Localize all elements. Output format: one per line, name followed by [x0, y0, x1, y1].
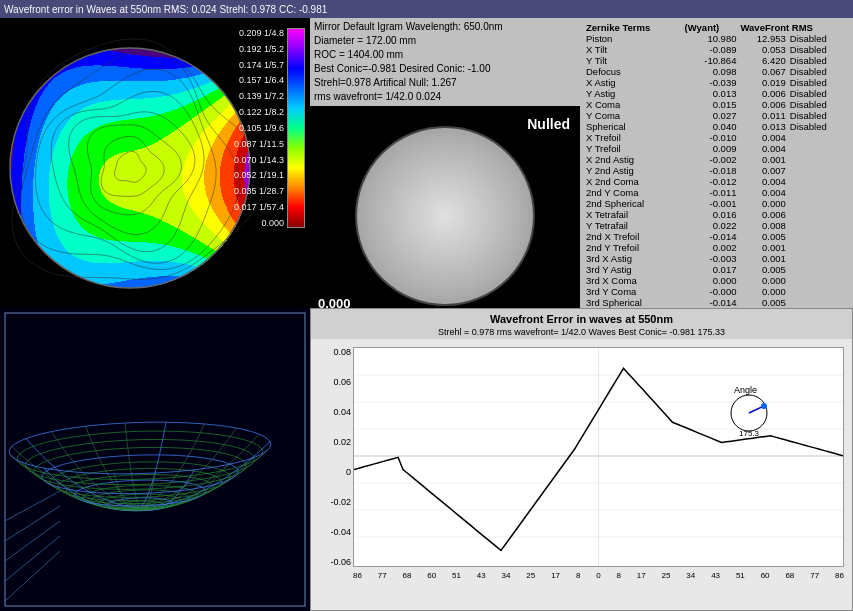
zernike-wf [788, 220, 849, 231]
zernike-name: 2nd Y Coma [584, 187, 683, 198]
zernike-wf: Disabled [788, 44, 849, 55]
zernike-name: X 2nd Coma [584, 176, 683, 187]
zernike-row: Defocus 0.098 0.067 Disabled [584, 66, 849, 77]
x-label-20: 86 [835, 571, 844, 580]
zernike-name: Piston [584, 33, 683, 44]
zernike-row: 2nd Spherical -0.001 0.000 [584, 198, 849, 209]
zernike-wf [788, 286, 849, 297]
zernike-wf [788, 154, 849, 165]
title-bar: Wavefront error in Waves at 550nm RMS: 0… [0, 0, 853, 18]
angle-indicator: Angle 175.3 [731, 385, 767, 438]
null-circle [355, 126, 535, 306]
zernike-wf: Disabled [788, 55, 849, 66]
zernike-wf [788, 242, 849, 253]
zernike-wf [788, 209, 849, 220]
zernike-rms: 0.000 [738, 275, 787, 286]
zernike-rms: 0.004 [738, 143, 787, 154]
x-label-5: 43 [477, 571, 486, 580]
zernike-row: X Astig -0.039 0.019 Disabled [584, 77, 849, 88]
zernike-wyant: -0.001 [683, 198, 739, 209]
zernike-rms: 0.067 [738, 66, 787, 77]
zernike-name: X Tetrafail [584, 209, 683, 220]
zernike-wyant: 0.016 [683, 209, 739, 220]
wf-plot-svg: Angle 175.3 [354, 348, 843, 566]
zernike-wf [788, 264, 849, 275]
zernike-wyant: -0.089 [683, 44, 739, 55]
wavefront-map-panel: 0.209 1/4.8 0.192 1/5.2 0.174 1/5.7 0.15… [0, 18, 310, 308]
zernike-row: 3rd Spherical -0.014 0.005 [584, 297, 849, 308]
zernike-wf: Disabled [788, 77, 849, 88]
zernike-row: 2nd Y Trefoil 0.002 0.001 [584, 242, 849, 253]
y-label-6: -0.04 [319, 527, 351, 537]
color-label-10: 0.035 1/28.7 [234, 186, 284, 196]
zernike-name: Y Astig [584, 88, 683, 99]
x-label-13: 25 [662, 571, 671, 580]
zernike-wyant: 10.980 [683, 33, 739, 44]
x-label-2: 68 [403, 571, 412, 580]
zernike-row: 3rd X Astig -0.003 0.001 [584, 253, 849, 264]
x-label-16: 51 [736, 571, 745, 580]
mirror-line1: Mirror Default Igram Wavelength: 650.0nm [314, 20, 576, 34]
window-title: Wavefront error in Waves at 550nm RMS: 0… [4, 4, 327, 15]
zernike-wyant: -0.003 [683, 253, 739, 264]
mirror-line4: Best Conic=-0.981 Desired Conic: -1.00 [314, 62, 576, 76]
zernike-rms: 0.013 [738, 121, 787, 132]
mirror-info-text: Mirror Default Igram Wavelength: 650.0nm… [310, 18, 580, 106]
colormap-bar [287, 28, 305, 228]
zernike-col-wyant: (Wyant) [683, 22, 739, 33]
zernike-name: X Trefoil [584, 132, 683, 143]
zernike-wf: Disabled [788, 110, 849, 121]
zernike-wyant: -0.014 [683, 297, 739, 308]
zernike-wyant: -0.012 [683, 176, 739, 187]
zernike-col-rms: WaveFront RMS [738, 22, 849, 33]
zernike-rms: 0.001 [738, 242, 787, 253]
zernike-rms: 0.004 [738, 132, 787, 143]
zernike-name: 2nd X Trefoil [584, 231, 683, 242]
zernike-wf: Disabled [788, 99, 849, 110]
zernike-wf [788, 275, 849, 286]
zernike-wf [788, 176, 849, 187]
zernike-panel: Zernike Terms (Wyant) WaveFront RMS Pist… [580, 18, 853, 308]
zernike-name: X Tilt [584, 44, 683, 55]
zernike-row: Spherical 0.040 0.013 Disabled [584, 121, 849, 132]
mirror-line6: rms wavefront= 1/42.0 0.024 [314, 90, 576, 104]
color-label-6: 0.105 1/9.6 [234, 123, 284, 133]
color-label-12: 0.000 [234, 218, 284, 228]
x-label-6: 34 [502, 571, 511, 580]
zernike-wyant: 0.002 [683, 242, 739, 253]
zernike-rms: 0.000 [738, 286, 787, 297]
x-axis-labels: 86 77 68 60 51 43 34 25 17 8 0 8 17 25 3… [353, 571, 844, 580]
x-label-10: 0 [596, 571, 600, 580]
zernike-wyant: 0.015 [683, 99, 739, 110]
zernike-rms: 0.001 [738, 154, 787, 165]
zernike-rms: 0.007 [738, 165, 787, 176]
color-label-11: 0.017 1/57.4 [234, 202, 284, 212]
zernike-row: X 2nd Coma -0.012 0.004 [584, 176, 849, 187]
zernike-row: Y Tilt -10.864 6.420 Disabled [584, 55, 849, 66]
zernike-name: 3rd Y Coma [584, 286, 683, 297]
x-label-12: 17 [637, 571, 646, 580]
zernike-rms: 0.005 [738, 297, 787, 308]
y-label-4: 0 [319, 467, 351, 477]
svg-text:Angle: Angle [734, 385, 757, 395]
y-label-7: -0.06 [319, 557, 351, 567]
zernike-wyant: 0.000 [683, 275, 739, 286]
zernike-wyant: -0.000 [683, 286, 739, 297]
color-label-0: 0.209 1/4.8 [234, 28, 284, 38]
zernike-wf: Disabled [788, 33, 849, 44]
zernike-name: Y Tilt [584, 55, 683, 66]
y-axis-labels: 0.08 0.06 0.04 0.02 0 -0.02 -0.04 -0.06 [319, 347, 351, 567]
x-label-4: 51 [452, 571, 461, 580]
zernike-rms: 6.420 [738, 55, 787, 66]
zernike-row: 3rd X Coma 0.000 0.000 [584, 275, 849, 286]
x-label-1: 77 [378, 571, 387, 580]
color-label-7: 0.087 1/11.5 [234, 139, 284, 149]
zernike-wyant: -0.014 [683, 231, 739, 242]
zernike-table: Zernike Terms (Wyant) WaveFront RMS Pist… [584, 22, 849, 308]
zernike-name: 3rd X Astig [584, 253, 683, 264]
color-label-9: 0.052 1/19.1 [234, 170, 284, 180]
x-label-18: 68 [785, 571, 794, 580]
zernike-row: X 2nd Astig -0.002 0.001 [584, 154, 849, 165]
zernike-row: X Trefoil -0.010 0.004 [584, 132, 849, 143]
zernike-name: Y Trefoil [584, 143, 683, 154]
